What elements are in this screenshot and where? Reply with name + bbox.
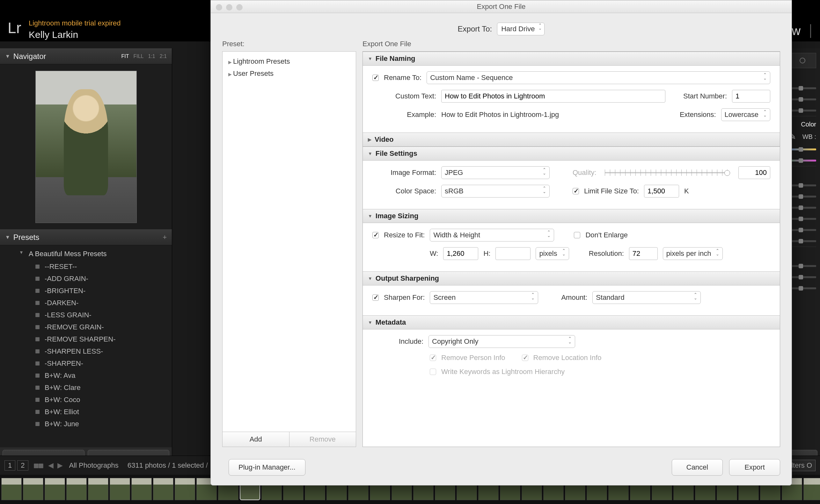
write-keywords-checkbox — [430, 369, 436, 375]
start-number-input[interactable] — [732, 90, 770, 103]
resize-mode-select[interactable]: Width & Height — [430, 229, 554, 241]
filmstrip-thumb[interactable] — [23, 478, 43, 500]
navigator-title: Navigator — [13, 52, 46, 61]
filmstrip-thumb[interactable] — [803, 478, 820, 500]
resolution-unit-select[interactable]: pixels per inch — [663, 247, 723, 260]
limit-filesize-input[interactable] — [644, 185, 679, 198]
preset-item[interactable]: -BRIGHTEN- — [0, 285, 172, 297]
preset-tree-item[interactable]: User Presets — [227, 68, 351, 80]
preset-item[interactable]: B+W: Coco — [0, 394, 172, 406]
zoom-fill[interactable]: FILL — [133, 54, 143, 59]
zoom-fit[interactable]: FIT — [121, 54, 129, 59]
traffic-lights[interactable] — [216, 4, 243, 11]
presets-title: Presets — [13, 233, 39, 242]
folder-path[interactable]: All Photographs — [65, 461, 123, 470]
navigator-preview[interactable] — [35, 71, 137, 223]
photo-count: 6311 photos / 1 selected / — [123, 461, 212, 470]
preset-item[interactable]: B+W: Elliot — [0, 406, 172, 418]
add-preset-icon[interactable]: + — [163, 233, 167, 241]
remove-person-checkbox — [430, 355, 436, 361]
quality-slider[interactable] — [605, 172, 730, 173]
section-file-naming[interactable]: ▼File Naming — [363, 52, 780, 66]
filmstrip-thumb[interactable] — [88, 478, 108, 500]
filmstrip-thumb[interactable] — [45, 478, 65, 500]
preset-item[interactable]: B+W: Ava — [0, 370, 172, 382]
section-metadata[interactable]: ▼Metadata — [363, 315, 780, 329]
preset-item[interactable]: -REMOVE SHARPEN- — [0, 333, 172, 345]
preset-item[interactable]: -ADD GRAIN- — [0, 273, 172, 285]
left-panel: ▼ Navigator FIT FILL 1:1 2:1 ▼ Presets +… — [0, 48, 172, 471]
section-image-sizing[interactable]: ▼Image Sizing — [363, 209, 780, 223]
trial-expired-label: Lightroom mobile trial expired — [29, 19, 121, 27]
remove-location-checkbox — [522, 355, 528, 361]
preset-item[interactable]: B+W: June — [0, 418, 172, 430]
navigator-zoom-modes[interactable]: FIT FILL 1:1 2:1 — [121, 54, 167, 59]
preset-item[interactable]: -SHARPEN- — [0, 357, 172, 370]
preset-item[interactable]: B+W: Clare — [0, 382, 172, 394]
metadata-include-select[interactable]: Copyright Only — [429, 335, 575, 348]
resize-checkbox[interactable] — [372, 232, 379, 238]
sharpen-amount-select[interactable]: Standard — [592, 291, 701, 304]
treatment-color[interactable]: Color — [801, 121, 816, 128]
sharpen-for-select[interactable]: Screen — [430, 291, 538, 304]
cancel-button[interactable]: Cancel — [672, 459, 723, 476]
width-input[interactable] — [443, 247, 478, 260]
filmstrip-thumb[interactable] — [1, 478, 22, 500]
export-button[interactable]: Export — [729, 459, 780, 476]
lightroom-logo: Lr — [8, 19, 21, 37]
dialog-title: Export One File — [477, 3, 526, 11]
navigator-header[interactable]: ▼ Navigator FIT FILL 1:1 2:1 — [0, 48, 172, 64]
plugin-manager-button[interactable]: Plug-in Manager... — [228, 459, 305, 476]
export-to-label: Export To: — [458, 25, 492, 33]
custom-text-input[interactable] — [441, 90, 665, 103]
zoom-icon[interactable] — [236, 4, 243, 11]
preset-item[interactable]: -LESS GRAIN- — [0, 309, 172, 321]
minimize-icon[interactable] — [226, 4, 232, 11]
rename-to-checkbox[interactable] — [372, 75, 379, 81]
preset-tree[interactable]: Lightroom Presets User Presets — [222, 51, 356, 432]
zoom-2-1[interactable]: 2:1 — [160, 54, 167, 59]
rename-template-select[interactable]: Custom Name - Sequence — [427, 71, 770, 84]
section-file-settings[interactable]: ▼File Settings — [363, 147, 780, 161]
height-input[interactable] — [496, 247, 531, 260]
colorspace-select[interactable]: sRGB — [441, 185, 550, 198]
filmstrip-thumb[interactable] — [131, 478, 152, 500]
display-2[interactable]: 2 — [17, 460, 28, 471]
user-name[interactable]: Kelly Larkin — [29, 29, 78, 40]
extensions-select[interactable]: Lowercase — [721, 108, 770, 121]
sharpen-checkbox[interactable] — [372, 294, 379, 301]
filmstrip-thumb[interactable] — [66, 478, 87, 500]
dialog-titlebar[interactable]: Export One File — [211, 0, 792, 13]
preset-list: ▼ A Beautiful Mess Presets --RESET-- -AD… — [0, 245, 172, 432]
dimension-unit-select[interactable]: pixels — [536, 247, 569, 260]
section-output-sharpening[interactable]: ▼Output Sharpening — [363, 271, 780, 285]
example-filename: How to Edit Photos in Lightroom-1.jpg — [441, 111, 559, 119]
preset-item[interactable]: --RESET-- — [0, 261, 172, 273]
display-1[interactable]: 1 — [4, 460, 15, 471]
nav-arrows[interactable]: ◀▶ — [46, 461, 65, 470]
export-summary-label: Export One File — [362, 38, 780, 51]
dont-enlarge-checkbox[interactable] — [574, 232, 580, 238]
filmstrip-thumb[interactable] — [110, 478, 130, 500]
disclosure-icon: ▼ — [5, 54, 10, 59]
section-video[interactable]: ▶Video — [363, 133, 780, 147]
filmstrip-thumb[interactable] — [153, 478, 173, 500]
export-to-select[interactable]: Hard Drive — [497, 23, 545, 35]
grid-icon[interactable]: ▦▦ — [30, 462, 46, 469]
filmstrip-thumb[interactable] — [175, 478, 195, 500]
quality-input[interactable] — [738, 166, 770, 179]
zoom-1-1[interactable]: 1:1 — [148, 54, 155, 59]
image-format-select[interactable]: JPEG — [441, 166, 550, 179]
preset-group[interactable]: ▼ A Beautiful Mess Presets — [0, 247, 172, 261]
preset-item[interactable]: -DARKEN- — [0, 297, 172, 309]
export-sections: ▼File Naming Rename To: Custom Name - Se… — [362, 51, 780, 447]
limit-filesize-checkbox[interactable] — [573, 188, 579, 194]
preset-item[interactable]: -REMOVE GRAIN- — [0, 321, 172, 333]
export-dialog: Export One File Export To: Hard Drive Pr… — [210, 0, 792, 486]
resolution-input[interactable] — [629, 247, 658, 260]
presets-header[interactable]: ▼ Presets + — [0, 229, 172, 245]
preset-item[interactable]: -SHARPEN LESS- — [0, 345, 172, 357]
close-icon[interactable] — [216, 4, 222, 11]
preset-tree-item[interactable]: Lightroom Presets — [227, 55, 351, 68]
add-preset-button[interactable]: Add — [222, 432, 289, 447]
